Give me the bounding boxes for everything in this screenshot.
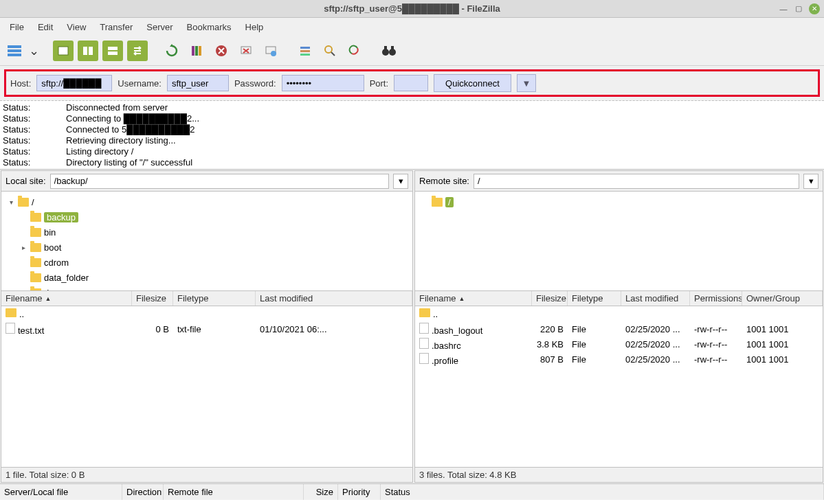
close-button[interactable]: ✕ (809, 3, 820, 14)
list-item[interactable]: .profile807 BFile02/25/2020 ...-rw-r--r-… (415, 352, 823, 367)
tc-direction[interactable]: Direction (122, 484, 164, 500)
svg-rect-9 (195, 46, 198, 56)
col-permissions[interactable]: Permissions (690, 291, 742, 306)
menu-view[interactable]: View (61, 20, 91, 34)
svg-rect-10 (199, 46, 201, 56)
sitemanager-dropdown-icon[interactable]: ⌄ (29, 43, 39, 58)
col-owner[interactable]: Owner/Group (742, 291, 823, 306)
status-row: Status:Retrieving directory listing... (3, 135, 821, 146)
remote-site-dropdown[interactable]: ▾ (803, 174, 819, 189)
folder-icon (419, 308, 430, 317)
col-filesize[interactable]: Filesize (532, 291, 568, 306)
tree-item[interactable]: backup (7, 209, 407, 225)
reconnect-icon[interactable] (260, 41, 281, 61)
cancel-icon[interactable] (211, 41, 232, 61)
process-queue-icon[interactable] (186, 41, 207, 61)
local-file-header: Filename▲ Filesize Filetype Last modifie… (1, 291, 412, 306)
menu-bookmarks[interactable]: Bookmarks (181, 20, 237, 34)
filter-icon[interactable] (295, 41, 315, 61)
toggle-localtree-icon[interactable] (78, 41, 98, 61)
tree-item[interactable]: / (421, 194, 817, 209)
password-label: Password: (234, 78, 276, 89)
tc-size[interactable]: Size (304, 484, 338, 500)
folder-icon (432, 198, 443, 207)
password-input[interactable] (282, 75, 364, 91)
svg-rect-4 (83, 47, 87, 55)
toggle-queue-icon[interactable] (127, 41, 148, 61)
tree-item[interactable]: bin (7, 225, 407, 240)
list-item[interactable]: test.txt0 Btxt-file01/10/2021 06:... (1, 321, 412, 336)
search-icon[interactable] (320, 41, 340, 61)
svg-rect-0 (8, 45, 21, 48)
folder-icon (5, 308, 16, 317)
sitemanager-icon[interactable] (4, 41, 25, 61)
transfer-header: Server/Local file Direction Remote file … (0, 483, 824, 500)
quickconnect-bar: Host: Username: Password: Port: Quickcon… (4, 69, 820, 97)
tree-item[interactable]: ▸dev (7, 285, 407, 291)
host-input[interactable] (36, 75, 112, 91)
disconnect-icon[interactable] (236, 41, 256, 61)
menu-help[interactable]: Help (240, 20, 269, 34)
status-row: Status:Directory listing of "/" successf… (3, 157, 821, 168)
col-filename[interactable]: Filename▲ (1, 291, 132, 306)
svg-rect-3 (58, 47, 68, 55)
quickconnect-dropdown[interactable]: ▼ (517, 74, 536, 92)
list-item[interactable]: .. (1, 306, 412, 321)
remote-file-list[interactable]: ...bash_logout220 BFile02/25/2020 ...-rw… (415, 306, 823, 467)
port-label: Port: (370, 78, 388, 89)
file-icon (5, 323, 15, 334)
username-input[interactable] (167, 75, 229, 91)
local-pane: Local site: ▾ ▾/backupbin▸bootcdromdata_… (1, 170, 413, 483)
local-file-list[interactable]: ..test.txt0 Btxt-file01/10/2021 06:... (1, 306, 412, 467)
list-item[interactable]: .. (415, 306, 823, 321)
col-filetype[interactable]: Filetype (173, 291, 256, 306)
toggle-remotetree-icon[interactable] (102, 41, 123, 61)
svg-rect-2 (8, 54, 21, 56)
col-lastmod[interactable]: Last modified (256, 291, 412, 306)
local-site-dropdown[interactable]: ▾ (393, 174, 408, 189)
local-tree[interactable]: ▾/backupbin▸bootcdromdata_folder▸dev (1, 192, 412, 291)
remote-site-input[interactable] (474, 174, 799, 189)
toggle-log-icon[interactable] (53, 41, 74, 61)
col-lastmod[interactable]: Last modified (621, 291, 690, 306)
quickconnect-button[interactable]: Quickconnect (434, 74, 511, 92)
status-log: Status:Disconnected from serverStatus:Co… (0, 101, 824, 170)
col-filesize[interactable]: Filesize (132, 291, 173, 306)
tc-serverlocal[interactable]: Server/Local file (0, 484, 122, 500)
menu-transfer[interactable]: Transfer (94, 20, 138, 34)
local-site-label: Local site: (5, 176, 46, 186)
tree-item[interactable]: cdrom (7, 255, 407, 270)
menu-edit[interactable]: Edit (32, 20, 58, 34)
tc-status[interactable]: Status (381, 484, 824, 500)
menu-server[interactable]: Server (141, 20, 178, 34)
svg-rect-22 (384, 46, 387, 50)
binoculars-icon[interactable] (379, 41, 399, 61)
col-filename[interactable]: Filename▲ (415, 291, 532, 306)
local-site-input[interactable] (50, 174, 389, 189)
menubar: File Edit View Transfer Server Bookmarks… (0, 18, 824, 36)
maximize-button[interactable]: ▢ (794, 4, 803, 14)
svg-rect-15 (300, 47, 310, 49)
svg-rect-5 (89, 47, 93, 55)
list-item[interactable]: .bashrc3.8 KBFile02/25/2020 ...-rw-r--r-… (415, 336, 823, 352)
window-title: sftp://sftp_user@5█████████ - FileZilla (324, 3, 500, 14)
quickconnect-outer: Host: Username: Password: Port: Quickcon… (0, 66, 824, 101)
minimize-button[interactable]: — (779, 4, 788, 14)
remote-file-header: Filename▲ Filesize Filetype Last modifie… (415, 291, 823, 306)
folder-icon (30, 243, 41, 252)
tree-item[interactable]: data_folder (7, 270, 407, 285)
port-input[interactable] (394, 75, 428, 91)
toolbar: ⌄ (0, 36, 824, 66)
tc-priority[interactable]: Priority (338, 484, 381, 500)
svg-rect-16 (300, 50, 310, 52)
col-filetype[interactable]: Filetype (568, 291, 621, 306)
menu-file[interactable]: File (4, 20, 30, 34)
compare-icon[interactable] (344, 41, 365, 61)
tc-remote[interactable]: Remote file (164, 484, 304, 500)
svg-rect-17 (300, 54, 310, 56)
refresh-icon[interactable] (162, 41, 182, 61)
remote-tree[interactable]: / (415, 192, 823, 291)
list-item[interactable]: .bash_logout220 BFile02/25/2020 ...-rw-r… (415, 321, 823, 336)
tree-item[interactable]: ▾/ (7, 194, 407, 209)
tree-item[interactable]: ▸boot (7, 240, 407, 255)
